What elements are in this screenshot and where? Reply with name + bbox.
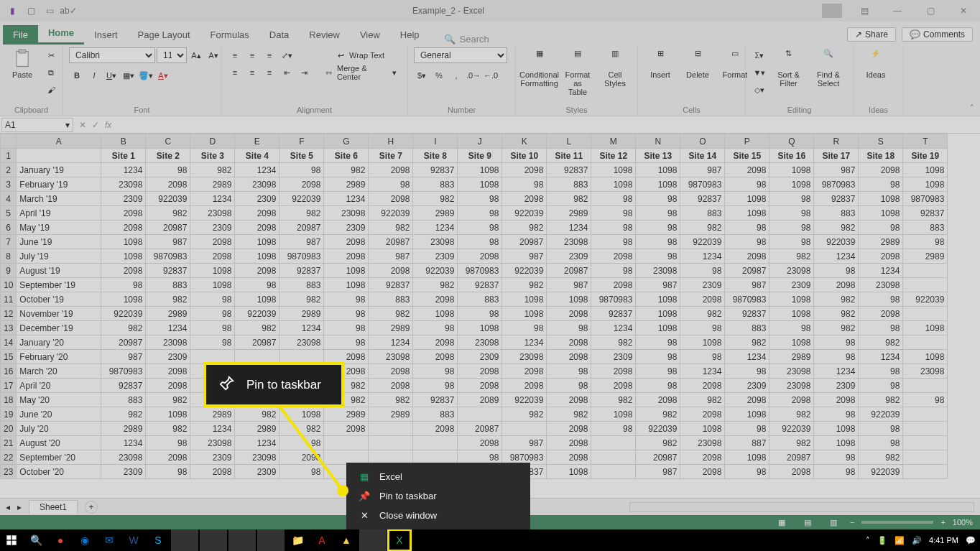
- cell[interactable]: 98: [146, 163, 190, 177]
- cell[interactable]: 92837: [369, 278, 413, 292]
- cell[interactable]: 987: [636, 465, 680, 479]
- cell[interactable]: 2098: [146, 364, 190, 379]
- cell[interactable]: 2098: [680, 292, 725, 307]
- cell[interactable]: 98: [859, 292, 903, 307]
- cell[interactable]: 98: [725, 235, 769, 249]
- new-sheet-button[interactable]: +: [85, 501, 98, 514]
- cell[interactable]: 98: [725, 221, 769, 235]
- cell[interactable]: Site 15: [725, 149, 769, 163]
- cell[interactable]: 883: [279, 278, 324, 292]
- cell[interactable]: 883: [725, 321, 769, 335]
- cell[interactable]: August '19: [17, 264, 101, 278]
- cell[interactable]: 982: [725, 335, 769, 350]
- cell[interactable]: 883: [101, 393, 146, 407]
- cell[interactable]: 98: [859, 177, 903, 192]
- cell[interactable]: 98: [769, 321, 814, 335]
- cell[interactable]: 2098: [458, 364, 502, 379]
- cell[interactable]: 1098: [725, 192, 769, 206]
- search-input[interactable]: [460, 34, 517, 45]
- cell[interactable]: 2989: [903, 249, 948, 264]
- cell[interactable]: January '20: [17, 335, 101, 350]
- cell[interactable]: 2098: [725, 393, 769, 407]
- cell[interactable]: 2098: [636, 393, 680, 407]
- cell[interactable]: 1098: [814, 422, 859, 436]
- cell[interactable]: 9870983: [814, 177, 859, 192]
- cell[interactable]: 98: [591, 264, 636, 278]
- row-header[interactable]: 23: [1, 465, 17, 479]
- sheet-nav-prev-icon[interactable]: ◂: [6, 502, 10, 512]
- cell[interactable]: 2309: [101, 192, 146, 206]
- maximize-icon[interactable]: ▢: [914, 0, 947, 22]
- cell[interactable]: 2989: [859, 235, 903, 249]
- cell[interactable]: 982: [413, 192, 458, 206]
- cell[interactable]: May '19: [17, 221, 101, 235]
- cell[interactable]: 982: [547, 192, 591, 206]
- cell[interactable]: 98: [636, 249, 680, 264]
- cell[interactable]: 2989: [146, 307, 190, 321]
- cell[interactable]: 98: [859, 422, 903, 436]
- cell[interactable]: 9870983: [591, 292, 636, 307]
- cell[interactable]: 987: [502, 249, 547, 264]
- cell[interactable]: 987: [369, 249, 413, 264]
- cell[interactable]: 987: [279, 235, 324, 249]
- cell[interactable]: 2309: [458, 350, 502, 364]
- cell[interactable]: 2309: [547, 249, 591, 264]
- cell[interactable]: 2098: [369, 192, 413, 206]
- cell[interactable]: 982: [814, 321, 859, 335]
- cell[interactable]: 23098: [458, 335, 502, 350]
- tab-formulas[interactable]: Formulas: [200, 25, 259, 45]
- cell[interactable]: 1234: [101, 436, 146, 450]
- cell[interactable]: 2098: [547, 450, 591, 465]
- italic-button[interactable]: I: [86, 68, 102, 83]
- cell[interactable]: 1098: [680, 335, 725, 350]
- cell[interactable]: 987: [814, 163, 859, 177]
- cell[interactable]: [369, 422, 413, 436]
- cell[interactable]: 982: [146, 206, 190, 221]
- cell[interactable]: [903, 450, 948, 465]
- row-header[interactable]: 21: [1, 436, 17, 450]
- cell[interactable]: 98: [324, 321, 369, 335]
- cell[interactable]: Site 13: [636, 149, 680, 163]
- cell[interactable]: Site 7: [369, 149, 413, 163]
- cell[interactable]: 98: [636, 350, 680, 364]
- cell[interactable]: 883: [413, 407, 458, 422]
- cell[interactable]: 2098: [591, 364, 636, 379]
- cell[interactable]: 92837: [814, 192, 859, 206]
- explorer-icon[interactable]: 📁: [286, 529, 309, 551]
- cell[interactable]: 982: [859, 335, 903, 350]
- cell[interactable]: Site 8: [413, 149, 458, 163]
- tray-up-icon[interactable]: ˄: [866, 536, 870, 545]
- cell[interactable]: 1234: [859, 350, 903, 364]
- row-header[interactable]: 4: [1, 192, 17, 206]
- cell[interactable]: 2309: [725, 379, 769, 393]
- cell[interactable]: 98: [235, 278, 279, 292]
- cell[interactable]: 1098: [814, 436, 859, 450]
- cell[interactable]: 2098: [547, 335, 591, 350]
- cell[interactable]: 98: [502, 321, 547, 335]
- tab-help[interactable]: Help: [390, 25, 430, 45]
- cell[interactable]: 1098: [725, 407, 769, 422]
- cell[interactable]: 98: [636, 192, 680, 206]
- cell[interactable]: January '19: [17, 163, 101, 177]
- cell[interactable]: 982: [859, 450, 903, 465]
- cell[interactable]: 92837: [547, 163, 591, 177]
- format-as-table-button[interactable]: ▤Format as Table: [561, 47, 594, 98]
- cell[interactable]: 2098: [369, 264, 413, 278]
- cell[interactable]: 2089: [458, 393, 502, 407]
- cell[interactable]: 23098: [680, 436, 725, 450]
- cell[interactable]: 2309: [680, 278, 725, 292]
- acrobat-icon[interactable]: A: [310, 529, 333, 551]
- cell[interactable]: 98: [769, 192, 814, 206]
- cell[interactable]: 982: [769, 436, 814, 450]
- cell[interactable]: 23098: [190, 436, 235, 450]
- outlook-icon[interactable]: ✉: [98, 529, 121, 551]
- sort-filter-button[interactable]: ⇅Sort & Filter: [772, 47, 805, 89]
- cell[interactable]: 98: [279, 436, 324, 450]
- cell[interactable]: 2098: [725, 249, 769, 264]
- cell[interactable]: 98: [725, 364, 769, 379]
- cell[interactable]: 2098: [146, 379, 190, 393]
- worksheet-grid[interactable]: ABCDEFGHIJKLMNOPQRST1Site 1Site 2Site 3S…: [0, 134, 980, 498]
- fill-color-button[interactable]: 🪣▾: [138, 68, 154, 83]
- fx-icon[interactable]: fx: [105, 120, 111, 130]
- cell[interactable]: 982: [502, 221, 547, 235]
